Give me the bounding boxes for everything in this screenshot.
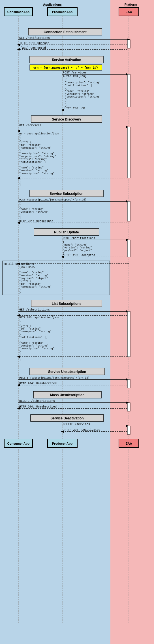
- msg-post-body-10: }: [65, 104, 67, 107]
- msg-http101-text: HTTP 101: Upgrade: [20, 42, 49, 45]
- msg-post-services-text: POST /services: [63, 71, 87, 74]
- list-body-3: "urn": {: [19, 325, 31, 328]
- list-body-6: }: [19, 333, 21, 336]
- eaa-activation-7: [127, 379, 130, 388]
- section-mass-unsub-label: Mass Unsubscription: [50, 393, 84, 397]
- msg-post-notif-text: POST /notifications: [63, 237, 95, 240]
- subs-body-5: }: [19, 214, 21, 216]
- wss-data-6: "urn": {: [19, 280, 31, 283]
- disc-body-2: {: [19, 138, 21, 141]
- list-body-7: "notifications": [: [19, 336, 47, 339]
- list-body-13: ]: [19, 353, 21, 356]
- disc-body-3: "urn": {: [19, 141, 31, 144]
- eaa-activation-9: [127, 426, 130, 434]
- eaa-activation-6: [127, 311, 130, 357]
- msg-http200ok-text: HTTP 200: OK: [65, 107, 85, 110]
- msg-http202-text: HTTP 202: Accepted: [65, 254, 95, 257]
- disc-body-4: "id": "string": [19, 144, 41, 147]
- apps-group-label: Applications: [43, 3, 62, 6]
- notif-body-2: "name": "string": [63, 244, 87, 246]
- subs-body-6: ]: [19, 216, 21, 219]
- diagram: Applications Platform Consumer App Produ…: [0, 0, 154, 644]
- notif-body-1: {: [63, 241, 64, 244]
- section-activation-label: Service Activation: [52, 58, 81, 62]
- section-publish-label: Publish Update: [54, 230, 79, 234]
- disc-body-7: "description": "string": [19, 152, 54, 155]
- svg-rect-2: [110, 0, 154, 644]
- msg-http204-unsub-text: HTTP 204: Unsubscribed: [19, 382, 57, 385]
- wss-data-10: }: [19, 291, 21, 294]
- list-body-0: HTTP 200: application/json: [19, 316, 59, 319]
- msg-delete-subs-text: DELETE /subscriptions: [19, 400, 55, 403]
- list-body-9: "name": "string": [19, 342, 44, 345]
- msg-post-body-1: {: [65, 79, 67, 81]
- msg-auth-text: Auth: CN={urn}: [63, 75, 87, 78]
- disc-body-6: }: [19, 149, 21, 152]
- eaa-activation-5: [127, 240, 130, 257]
- list-body-8: {: [19, 339, 21, 342]
- wss-data-7: "id": "string": [19, 283, 41, 286]
- msg-get-services-text: GET /services: [19, 124, 41, 127]
- msg-post-body-9: ]: [65, 101, 67, 104]
- disc-body-5: "namespace": "string": [19, 147, 51, 149]
- list-body-4: "id": "string": [19, 328, 41, 330]
- list-body-2: {: [19, 322, 21, 325]
- msg-post-subs-text: POST /subscriptions/{urn.namespace}/{urn…: [19, 199, 87, 201]
- list-body-10: "version": "string": [19, 345, 48, 347]
- disc-body-8: "endpoint_uri": "string": [19, 155, 56, 158]
- disc-body-9: "status": "string": [19, 158, 47, 161]
- disc-body-1: [: [19, 135, 21, 138]
- msg-post-body-2: "description": "string": [65, 81, 100, 84]
- urn-formula-text: urn = {urn.namespace} + ':' + {urn.id}: [33, 66, 98, 69]
- section-deactivation-label: Service Deactivation: [50, 416, 84, 420]
- list-body-11: "description": "string": [19, 347, 54, 350]
- disc-body-12: "name": "string": [19, 166, 44, 169]
- list-body-1: [: [19, 319, 21, 322]
- producer-app-header-label: Producer App: [52, 10, 73, 14]
- eaa-activation-4: [127, 201, 130, 221]
- msg-post-body-7: "description": "string": [65, 96, 100, 98]
- wss-data-9: }: [19, 288, 21, 291]
- section-discovery-label: Service Discovery: [52, 117, 81, 121]
- subs-body-4: "version": "string": [19, 211, 48, 214]
- list-body-12: }: [19, 350, 21, 353]
- msg-http201-text: HTTP 201: Subscribed: [19, 220, 53, 223]
- msg-get-notifications-text: GET /notifications: [19, 37, 50, 40]
- wss-data-1: [WSS] DATA: [19, 266, 35, 269]
- eaa-header-label: EAA: [125, 10, 132, 14]
- disc-body-11: {: [19, 164, 21, 166]
- disc-body-18: ]: [19, 183, 21, 186]
- section-connection-label: Connection Establishment: [44, 30, 86, 34]
- wss-data-3: "name": "string": [19, 271, 44, 274]
- subs-body-3: "name": "string": [19, 208, 44, 211]
- msg-http204-deact-text: HTTP 204: Deactivated: [65, 428, 100, 432]
- list-body-5: "namespace": "string": [19, 330, 51, 333]
- platform-group-label: Platform: [125, 3, 137, 6]
- msg-post-body-6: "version": "string": [65, 93, 94, 96]
- msg-post-body-8: }: [65, 98, 67, 101]
- eaa-activation-8: [127, 403, 130, 411]
- eaa-activation-2: [127, 74, 130, 107]
- disc-body-17: }: [19, 181, 21, 183]
- consumer-app-footer-label: Consumer App: [7, 442, 30, 445]
- notif-body-3: "version": "string": [63, 246, 92, 249]
- msg-http204-mass-text: HTTP 204: Unsubscribed: [19, 405, 57, 408]
- msg-delete-services-text: DELETE /services: [63, 423, 90, 426]
- section-unsub-label: Service Unsubscription: [48, 370, 86, 374]
- wss-data-5: "payload": "object": [19, 277, 48, 280]
- disc-body-10: "notifications": [: [19, 161, 47, 164]
- subs-body-1: [: [19, 202, 21, 205]
- msg-wss-connected-text: [WSS] Connected: [20, 47, 46, 50]
- msg-get-subs-text: GET /subscriptions: [19, 308, 50, 311]
- disc-body-13: "version": "string": [19, 169, 48, 172]
- subs-body-2: {: [19, 205, 21, 208]
- wss-data-8: "namespace": "string": [19, 286, 51, 288]
- notif-body-4: "payload": "object": [63, 249, 92, 252]
- notif-body-5: }: [63, 252, 64, 255]
- msg-delete-subs-urn-text: DELETE /subscriptions/{urn.namespace}/{u…: [19, 377, 89, 379]
- producer-app-footer-label: Producer App: [52, 442, 73, 445]
- msg-post-body-4: {: [65, 87, 67, 90]
- wss-data-2: {: [19, 269, 21, 271]
- eaa-activation-3: [127, 127, 130, 178]
- list-body-15: ]: [19, 359, 21, 362]
